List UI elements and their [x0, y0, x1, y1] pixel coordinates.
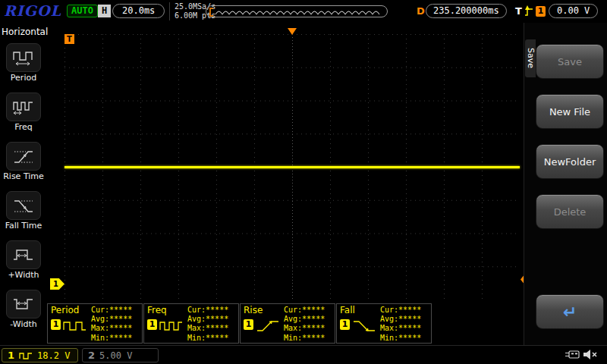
- rigol-logo: RIGOL: [4, 2, 61, 19]
- cur-value: Cur:*****: [380, 306, 421, 315]
- measurement-box-freq[interactable]: Freq 1 Cur:***** Avg:***** Max:***** Min…: [143, 303, 239, 344]
- return-arrow-icon: ↵: [563, 303, 577, 322]
- min-value: Min:*****: [91, 334, 132, 343]
- channel1-scale: 18.2 V: [37, 350, 70, 361]
- max-value: Max:*****: [284, 324, 325, 333]
- save-button[interactable]: Save: [536, 44, 604, 79]
- sidebar-item-minus-width[interactable]: -Width: [0, 290, 47, 329]
- freq-icon: [12, 97, 35, 117]
- sidebar-item-label: Rise Time: [0, 172, 47, 181]
- avg-value: Avg:*****: [91, 315, 132, 324]
- measurement-values: Cur:***** Avg:***** Max:***** Min:*****: [284, 306, 325, 343]
- min-value: Min:*****: [187, 334, 228, 343]
- minus-width-button[interactable]: [6, 290, 41, 318]
- measurement-name: Period: [51, 305, 79, 315]
- sidebar-item-label: Freq: [0, 123, 47, 132]
- channel1-number: 1: [8, 350, 14, 361]
- measurement-box-period[interactable]: Period 1 Cur:***** Avg:***** Max:***** M…: [47, 303, 143, 344]
- measurement-name: Rise: [244, 305, 263, 315]
- min-value: Min:*****: [284, 334, 325, 343]
- cur-value: Cur:*****: [91, 306, 132, 315]
- avg-value: Avg:*****: [187, 315, 228, 324]
- waveform-preview[interactable]: [206, 5, 388, 17]
- period-wave-icon: [63, 319, 87, 333]
- preview-window-bracket-icon: [210, 8, 213, 16]
- cur-value: Cur:*****: [284, 306, 325, 315]
- preview-wave-svg: [206, 7, 387, 17]
- avg-value: Avg:*****: [284, 315, 325, 324]
- channel1-coupling-icon: [19, 351, 33, 360]
- ch1-trace: [64, 166, 520, 168]
- freq-wave-icon: [159, 319, 184, 333]
- avg-value: Avg:*****: [380, 315, 421, 324]
- sidebar-item-fall-time[interactable]: Fall Time: [0, 191, 47, 231]
- measurement-name: Freq: [147, 305, 167, 315]
- max-value: Max:*****: [91, 324, 132, 333]
- softkey-menu-panel: Save Save New File NewFolder Delete ↵: [524, 23, 607, 345]
- cur-value: Cur:*****: [187, 306, 228, 315]
- sidebar-item-label: Period: [0, 74, 47, 83]
- measurement-box-fall[interactable]: Fall 1 Cur:***** Avg:***** Max:***** Min…: [336, 303, 432, 344]
- horizontal-label: H: [98, 5, 111, 17]
- sidebar-item-label: Fall Time: [0, 221, 47, 231]
- measure-menu-title: Horizontal: [2, 27, 48, 37]
- trigger-level-value[interactable]: 0.00 V: [549, 4, 598, 18]
- run-status-badge[interactable]: AUTO: [67, 5, 98, 17]
- bottom-status-bar: 1 18.2 V 2 5.00 V: [0, 345, 607, 364]
- rise-time-button[interactable]: [6, 142, 41, 171]
- trigger-position-marker-icon[interactable]: [288, 28, 297, 35]
- channel2-number: 2: [88, 350, 95, 361]
- trigger-position-flag: T: [64, 34, 74, 44]
- plus-width-icon: [12, 245, 35, 265]
- delay-value[interactable]: 235.200000ms: [426, 4, 507, 18]
- channel-badge: 1: [147, 319, 157, 330]
- timebase-value[interactable]: 20.0ms: [112, 4, 165, 18]
- trigger-label: T: [515, 5, 522, 17]
- measurement-name: Fall: [340, 305, 355, 315]
- period-button[interactable]: [6, 43, 41, 72]
- plus-width-button[interactable]: [6, 240, 41, 269]
- delay-label: D: [417, 5, 425, 17]
- sidebar-item-rise-time[interactable]: Rise Time: [0, 142, 47, 181]
- trigger-source-badge[interactable]: 1: [536, 6, 546, 17]
- channel-badge: 1: [244, 319, 253, 330]
- usb-icon: [565, 349, 580, 363]
- minus-width-icon: [12, 294, 35, 314]
- new-file-button[interactable]: New File: [536, 94, 604, 129]
- measurement-values: Cur:***** Avg:***** Max:***** Min:*****: [187, 306, 228, 343]
- channel-badge: 1: [51, 319, 61, 330]
- channel1-chip[interactable]: 1 18.2 V: [2, 348, 78, 362]
- freq-button[interactable]: [6, 93, 41, 121]
- ch1-level-marker[interactable]: 1: [50, 278, 64, 290]
- period-icon: [12, 48, 35, 67]
- channel-badge: 1: [340, 319, 350, 330]
- measurement-values: Cur:***** Avg:***** Max:***** Min:*****: [91, 306, 132, 343]
- measurement-values: Cur:***** Avg:***** Max:***** Min:*****: [380, 306, 421, 343]
- max-value: Max:*****: [187, 324, 228, 333]
- sidebar-item-freq[interactable]: Freq: [0, 93, 47, 132]
- sidebar-item-label: +Width: [0, 271, 47, 280]
- trigger-slope-icon: [524, 5, 534, 18]
- sidebar-item-label: -Width: [0, 320, 47, 329]
- min-value: Min:*****: [380, 334, 421, 343]
- enter-button[interactable]: ↵: [536, 294, 604, 329]
- rise-time-icon: [12, 146, 35, 166]
- rise-wave-icon: [256, 319, 280, 333]
- measurement-box-rise[interactable]: Rise 1 Cur:***** Avg:***** Max:***** Min…: [240, 303, 335, 344]
- sidebar-item-period[interactable]: Period: [0, 43, 47, 83]
- channel2-scale: 5.00 V: [99, 350, 132, 361]
- menu-tab-save: Save: [525, 39, 536, 77]
- delete-button[interactable]: Delete: [536, 194, 604, 229]
- channel2-chip[interactable]: 2 5.00 V: [82, 348, 159, 362]
- fall-time-button[interactable]: [6, 191, 41, 220]
- fall-wave-icon: [352, 319, 376, 333]
- sidebar-item-plus-width[interactable]: +Width: [0, 240, 47, 280]
- top-status-bar: RIGOL AUTO H 20.0ms 25.0MSa/s 6.00M pts …: [0, 0, 607, 23]
- preview-wave-path: [215, 11, 379, 14]
- speaker-muted-icon[interactable]: [582, 348, 599, 364]
- new-folder-button[interactable]: NewFolder: [536, 144, 604, 179]
- max-value: Max:*****: [380, 324, 421, 333]
- fall-time-icon: [12, 196, 35, 215]
- oscilloscope-screen: RIGOL AUTO H 20.0ms 25.0MSa/s 6.00M pts …: [0, 0, 607, 364]
